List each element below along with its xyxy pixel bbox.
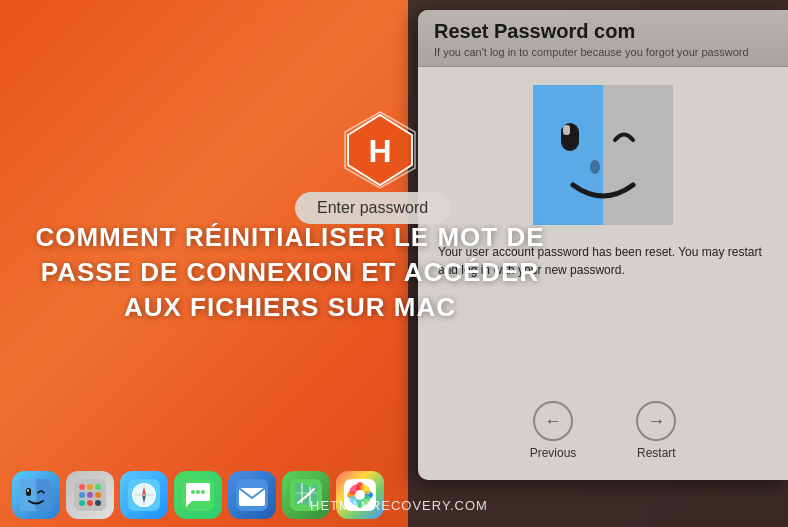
- dialog-buttons: ← Previous → Restart: [418, 401, 788, 460]
- svg-point-29: [191, 490, 195, 494]
- restart-button[interactable]: → Restart: [636, 401, 676, 460]
- enter-password-label: Enter password: [317, 199, 428, 216]
- dialog-subtitle: If you can't log in to computer because …: [434, 46, 772, 58]
- restart-icon: →: [636, 401, 676, 441]
- dock-item-safari[interactable]: [120, 471, 168, 519]
- svg-point-20: [95, 500, 101, 506]
- dialog-titlebar: Reset Password com If you can't log in t…: [418, 10, 788, 67]
- finder-icon: [533, 85, 673, 225]
- dock-item-launchpad[interactable]: [66, 471, 114, 519]
- previous-label: Previous: [530, 446, 577, 460]
- previous-icon: ←: [533, 401, 573, 441]
- svg-point-7: [590, 160, 600, 174]
- restart-label: Restart: [637, 446, 676, 460]
- previous-button[interactable]: ← Previous: [530, 401, 577, 460]
- website-url: HETMANRECOVERY.COM: [310, 498, 488, 513]
- dock-item-finder[interactable]: [12, 471, 60, 519]
- svg-point-19: [87, 500, 93, 506]
- dialog-title: Reset Password com: [434, 20, 772, 43]
- svg-point-15: [79, 492, 85, 498]
- svg-point-12: [79, 484, 85, 490]
- enter-password-bubble: Enter password: [295, 192, 450, 224]
- svg-text:H: H: [368, 133, 391, 169]
- svg-point-16: [87, 492, 93, 498]
- title-text: COMMENT RÉINITIALISER LE MOT DE PASSE DE…: [30, 220, 550, 325]
- svg-rect-6: [563, 125, 570, 135]
- svg-point-17: [95, 492, 101, 498]
- dock-item-mail[interactable]: [228, 471, 276, 519]
- svg-point-30: [196, 490, 200, 494]
- svg-rect-10: [27, 489, 29, 492]
- finder-icon-area: [418, 67, 788, 235]
- svg-point-18: [79, 500, 85, 506]
- svg-point-13: [87, 484, 93, 490]
- svg-point-31: [201, 490, 205, 494]
- dock-item-messages[interactable]: [174, 471, 222, 519]
- hetman-logo: H: [340, 110, 420, 190]
- main-title: COMMENT RÉINITIALISER LE MOT DE PASSE DE…: [30, 220, 550, 325]
- svg-point-14: [95, 484, 101, 490]
